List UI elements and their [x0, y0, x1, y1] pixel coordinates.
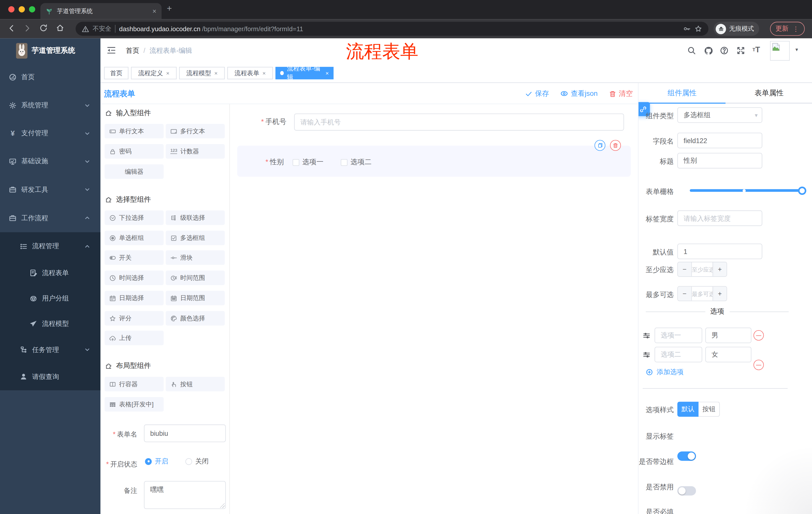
form-remark-field[interactable]: 嘿嘿	[144, 481, 226, 509]
option2-value-input[interactable]	[705, 347, 751, 362]
phone-field-input[interactable]	[294, 113, 624, 131]
field-name-input[interactable]	[677, 133, 762, 148]
font-size-icon[interactable]: TT	[752, 45, 760, 54]
chip-cascader[interactable]: 级联选择	[166, 211, 225, 225]
close-icon[interactable]: ×	[214, 70, 218, 76]
option2-label-input[interactable]	[655, 347, 702, 362]
show-label-switch[interactable]	[677, 451, 696, 461]
status-radio-on[interactable]: 开启	[145, 457, 168, 466]
drag-handle-icon[interactable]	[643, 351, 650, 359]
sidebar-item-devtools[interactable]: 研发工具	[0, 175, 100, 204]
label-width-input[interactable]	[677, 211, 762, 226]
sidebar-item-infra[interactable]: 基础设施	[0, 147, 100, 175]
chip-switch[interactable]: 开关	[105, 250, 164, 265]
min-select-stepper[interactable]: −+	[677, 262, 727, 277]
resize-handle[interactable]	[220, 503, 225, 508]
zoom-window-button[interactable]	[29, 6, 35, 12]
add-option-button[interactable]: 添加选项	[646, 368, 684, 377]
view-json-button[interactable]: 查看json	[560, 89, 598, 98]
sidebar-item-payment[interactable]: ¥ 支付管理	[0, 119, 100, 147]
collapse-sidebar-icon[interactable]	[107, 46, 116, 54]
sidebar-item-process-mgmt[interactable]: 流程管理	[0, 232, 100, 260]
reload-icon[interactable]	[39, 24, 48, 32]
chip-password[interactable]: 密码	[105, 144, 164, 159]
increase-button[interactable]: +	[713, 262, 727, 276]
browser-update-button[interactable]: 更新 ⋮	[770, 22, 805, 36]
save-button[interactable]: 保存	[525, 89, 549, 98]
close-icon[interactable]: ×	[166, 70, 169, 76]
browser-menu-icon[interactable]: ⋮	[793, 25, 799, 33]
update-label[interactable]: 更新	[776, 24, 789, 33]
chip-date-range[interactable]: 日期范围	[166, 291, 225, 305]
tab-component-props[interactable]: 组件属性	[638, 83, 725, 103]
gender-option-1[interactable]: 选项一	[293, 158, 324, 167]
browser-tab[interactable]: 芋道管理系统 ×	[40, 3, 162, 19]
remove-option-button[interactable]	[753, 330, 764, 341]
sidebar-item-process-form[interactable]: 流程表单	[0, 260, 100, 286]
copy-component-button[interactable]	[594, 140, 605, 151]
security-label[interactable]: 不安全	[93, 24, 111, 33]
chip-color-picker[interactable]: 颜色选择	[166, 311, 225, 326]
close-icon[interactable]: ×	[263, 70, 266, 76]
address-bar[interactable]: 不安全 dashboard.yudao.iocoder.cn/bpm/manag…	[76, 22, 708, 36]
password-key-icon[interactable]	[683, 25, 691, 33]
option1-label-input[interactable]	[655, 328, 702, 343]
selected-component[interactable]: *性别 选项一 选项二	[237, 145, 631, 177]
decrease-button[interactable]: −	[678, 262, 692, 276]
grid-slider[interactable]	[690, 189, 805, 192]
style-button-button[interactable]: 按钮	[699, 402, 720, 417]
chip-time-picker[interactable]: 时间选择	[105, 271, 164, 285]
forward-icon[interactable]	[23, 24, 32, 33]
gender-option-2[interactable]: 选项二	[341, 158, 372, 167]
slider-handle[interactable]	[798, 186, 806, 195]
tag-process-form-edit[interactable]: 流程表单-编辑×	[276, 67, 334, 79]
option1-value-input[interactable]	[705, 328, 751, 343]
form-name-field[interactable]	[144, 425, 226, 442]
help-icon[interactable]	[720, 46, 729, 55]
chip-editor[interactable]: 编辑器	[105, 164, 164, 179]
component-type-select[interactable]: 多选框组▾	[677, 107, 762, 123]
chip-multi-text[interactable]: 多行文本	[166, 124, 225, 139]
status-radio-off[interactable]: 关闭	[185, 457, 209, 466]
sidebar-item-task-mgmt[interactable]: 任务管理	[0, 336, 100, 363]
back-icon[interactable]	[7, 24, 16, 33]
border-switch[interactable]	[677, 486, 696, 495]
search-icon[interactable]	[687, 46, 696, 55]
breadcrumb-home[interactable]: 首页	[126, 46, 140, 55]
default-value-input[interactable]	[677, 244, 762, 259]
close-window-button[interactable]	[8, 6, 14, 12]
sidebar-item-workflow[interactable]: 工作流程	[0, 204, 100, 232]
tag-home[interactable]: 首页	[104, 67, 128, 79]
close-icon[interactable]: ×	[326, 70, 329, 76]
checkbox-icon[interactable]	[293, 159, 299, 166]
github-icon[interactable]	[704, 46, 713, 55]
chip-single-text[interactable]: 单行文本	[105, 124, 164, 139]
chip-counter[interactable]: 123计数器	[166, 144, 225, 159]
avatar-caret-icon[interactable]: ▾	[795, 47, 798, 53]
remove-option-button[interactable]	[753, 360, 764, 370]
tag-process-model[interactable]: 流程模型×	[179, 67, 225, 79]
home-icon[interactable]	[56, 24, 64, 32]
increase-button[interactable]: +	[713, 287, 727, 301]
tag-process-form[interactable]: 流程表单×	[227, 67, 273, 79]
minimize-window-button[interactable]	[19, 6, 25, 12]
sidebar-item-user-group[interactable]: 用户分组	[0, 286, 100, 311]
max-select-stepper[interactable]: −+	[677, 286, 727, 301]
chip-time-range[interactable]: 时间范围	[166, 271, 225, 285]
chip-button[interactable]: 按钮	[166, 377, 225, 391]
new-tab-button[interactable]: +	[167, 3, 172, 14]
chip-row-container[interactable]: 行容器	[105, 377, 164, 391]
tab-close-icon[interactable]: ×	[152, 7, 156, 15]
chip-date-picker[interactable]: 日期选择	[105, 291, 164, 305]
title-input[interactable]	[677, 153, 762, 168]
checkbox-icon[interactable]	[341, 159, 347, 166]
style-default-button[interactable]: 默认	[677, 402, 699, 417]
sidebar-item-home[interactable]: 首页	[0, 63, 100, 91]
logo[interactable]: 芋道管理系统	[0, 38, 100, 63]
bookmark-star-icon[interactable]	[694, 25, 702, 33]
sidebar-item-leave-query[interactable]: 请假查询	[0, 363, 100, 390]
sidebar-item-system[interactable]: 系统管理	[0, 91, 100, 119]
chip-checkbox-group[interactable]: 多选框组	[166, 231, 225, 245]
chip-table[interactable]: 表格[开发中]	[105, 397, 164, 412]
chip-upload[interactable]: 上传	[105, 331, 164, 345]
